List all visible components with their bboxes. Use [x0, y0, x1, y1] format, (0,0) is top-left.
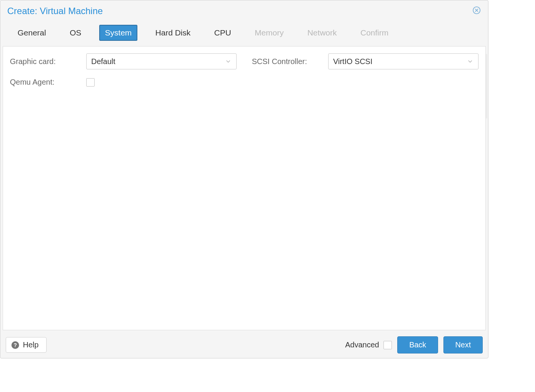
- tab-body-system: Graphic card: Default SCSI Controller: V…: [3, 46, 486, 330]
- checkbox-qemu-agent[interactable]: [86, 78, 95, 87]
- combo-value-graphic-card: Default: [91, 57, 115, 66]
- next-button[interactable]: Next: [443, 336, 483, 353]
- tab-hard-disk[interactable]: Hard Disk: [150, 25, 196, 41]
- row-graphic-card: Graphic card: Default: [10, 53, 237, 69]
- next-button-label: Next: [455, 341, 471, 349]
- system-form-grid: Graphic card: Default SCSI Controller: V…: [10, 53, 479, 87]
- label-scsi-controller: SCSI Controller:: [252, 57, 328, 66]
- back-button[interactable]: Back: [397, 336, 438, 353]
- tab-system[interactable]: System: [99, 25, 137, 41]
- combo-value-scsi-controller: VirtIO SCSI: [333, 57, 372, 66]
- close-icon: [472, 6, 481, 16]
- advanced-label: Advanced: [345, 341, 379, 349]
- checkbox-advanced[interactable]: [384, 341, 392, 349]
- label-qemu-agent: Qemu Agent:: [10, 78, 86, 87]
- wizard-tabstrip: General OS System Hard Disk CPU Memory N…: [0, 20, 488, 46]
- chevron-down-icon: [225, 58, 232, 65]
- chevron-down-icon: [467, 58, 474, 65]
- tab-os[interactable]: OS: [64, 25, 87, 41]
- help-icon: ?: [11, 341, 19, 349]
- dialog-create-vm: Create: Virtual Machine General OS Syste…: [0, 0, 488, 358]
- tab-network: Network: [301, 25, 342, 41]
- tab-memory: Memory: [249, 25, 290, 41]
- help-button-label: Help: [23, 341, 39, 349]
- back-button-label: Back: [409, 341, 426, 349]
- combo-scsi-controller[interactable]: VirtIO SCSI: [328, 53, 479, 69]
- row-scsi-controller: SCSI Controller: VirtIO SCSI: [252, 53, 479, 69]
- titlebar: Create: Virtual Machine: [0, 0, 488, 20]
- combo-graphic-card[interactable]: Default: [86, 53, 237, 69]
- label-graphic-card: Graphic card:: [10, 57, 86, 66]
- dialog-title: Create: Virtual Machine: [7, 6, 103, 16]
- scrollbar-hint: [486, 54, 487, 119]
- tab-confirm: Confirm: [355, 25, 394, 41]
- tab-general[interactable]: General: [12, 25, 52, 41]
- advanced-toggle: Advanced: [345, 341, 392, 349]
- row-qemu-agent: Qemu Agent:: [10, 78, 237, 87]
- close-button[interactable]: [472, 6, 481, 16]
- help-button[interactable]: ? Help: [6, 337, 47, 353]
- dialog-footer: ? Help Advanced Back Next: [0, 333, 488, 358]
- tab-cpu[interactable]: CPU: [208, 25, 237, 41]
